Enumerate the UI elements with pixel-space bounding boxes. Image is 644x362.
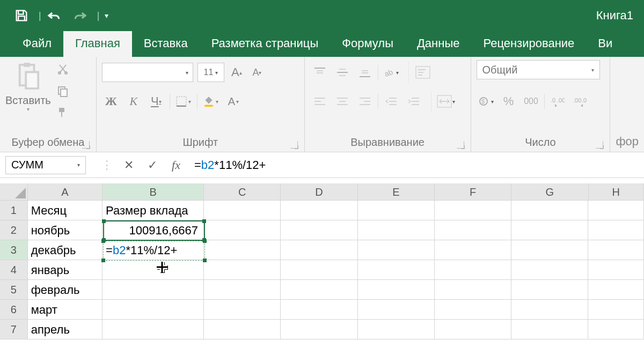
format-painter-icon[interactable] [56, 106, 71, 121]
cell[interactable] [281, 240, 357, 260]
cell[interactable] [204, 300, 281, 319]
cell[interactable] [511, 300, 588, 319]
cell[interactable] [435, 300, 511, 319]
tab-file[interactable]: Файл [11, 31, 63, 57]
tab-view-partial[interactable]: Ви [586, 31, 624, 57]
cell[interactable] [435, 260, 511, 279]
cell[interactable] [435, 320, 511, 339]
cell[interactable] [358, 260, 435, 279]
align-center-icon[interactable] [333, 93, 352, 109]
tab-insert[interactable]: Вставка [132, 31, 200, 57]
cell[interactable]: январь [28, 260, 103, 279]
col-header-H[interactable]: H [589, 183, 644, 200]
col-header-F[interactable]: F [435, 183, 511, 200]
cell[interactable] [281, 320, 357, 339]
save-icon[interactable] [11, 5, 32, 26]
cell[interactable] [103, 320, 204, 339]
cell[interactable] [511, 320, 588, 339]
qat-customize-icon[interactable]: ▾ [105, 11, 108, 20]
cell[interactable] [588, 240, 644, 260]
copy-icon[interactable] [56, 85, 71, 100]
paste-label[interactable]: Вставить [5, 94, 51, 106]
font-size-combo[interactable]: 11▾ [197, 63, 224, 82]
cell[interactable] [103, 300, 204, 319]
cell[interactable] [588, 320, 644, 339]
merge-cells-icon[interactable]: ▾ [431, 91, 456, 112]
cell[interactable] [358, 320, 435, 339]
cell[interactable]: Месяц [28, 201, 103, 220]
cell[interactable] [281, 220, 357, 240]
select-all-triangle[interactable] [0, 183, 28, 200]
col-header-E[interactable]: E [358, 183, 435, 200]
number-format-combo[interactable]: Общий▾ [477, 60, 600, 79]
italic-button[interactable]: К [125, 92, 143, 110]
font-color-icon[interactable]: A▾ [224, 92, 243, 110]
borders-icon[interactable]: ▾ [174, 92, 193, 110]
comma-format-icon[interactable]: 000 [522, 93, 541, 109]
align-right-icon[interactable] [355, 93, 375, 109]
cell[interactable] [281, 300, 357, 319]
cell[interactable] [103, 260, 204, 279]
align-top-icon[interactable] [310, 64, 330, 80]
cell[interactable] [358, 220, 435, 240]
cell[interactable] [204, 201, 281, 220]
cell[interactable] [588, 220, 644, 240]
cancel-formula-icon[interactable]: ✕ [117, 156, 141, 174]
increase-font-icon[interactable]: A▴ [229, 64, 245, 80]
cell[interactable] [358, 280, 435, 299]
align-middle-icon[interactable] [333, 64, 352, 80]
col-header-G[interactable]: G [511, 183, 588, 200]
formula-input[interactable]: =b2*11%/12+ [188, 158, 644, 172]
decrease-decimal-icon[interactable]: .00.0 [570, 93, 590, 109]
font-name-combo[interactable]: ▾ [102, 63, 193, 82]
cell[interactable] [588, 280, 644, 299]
dialog-launcher-icon[interactable] [290, 141, 298, 149]
row-header[interactable]: 7 [0, 320, 28, 339]
cell[interactable]: март [28, 300, 103, 319]
cell[interactable]: декабрь [28, 240, 103, 260]
decrease-font-icon[interactable]: A▾ [249, 64, 265, 80]
cell[interactable] [511, 240, 588, 260]
fill-color-icon[interactable]: ▾ [202, 92, 220, 110]
increase-indent-icon[interactable] [404, 93, 423, 109]
row-header[interactable]: 3 [0, 240, 28, 260]
cell[interactable] [435, 201, 511, 220]
cell[interactable]: февраль [28, 280, 103, 299]
col-header-B[interactable]: B [103, 183, 204, 200]
row-header[interactable]: 1 [0, 201, 28, 220]
cell[interactable]: 100916,6667 [103, 220, 204, 240]
enter-formula-icon[interactable]: ✓ [141, 156, 164, 174]
cell[interactable] [511, 220, 588, 240]
tab-page-layout[interactable]: Разметка страницы [200, 31, 331, 57]
cell[interactable] [204, 280, 281, 299]
tab-data[interactable]: Данные [405, 31, 471, 57]
cell[interactable] [588, 260, 644, 279]
accounting-format-icon[interactable]: $▾ [477, 93, 496, 109]
cell[interactable] [281, 201, 357, 220]
col-header-D[interactable]: D [281, 183, 357, 200]
percent-format-icon[interactable]: % [499, 93, 518, 109]
cell[interactable] [435, 240, 511, 260]
dialog-launcher-icon[interactable] [457, 141, 464, 149]
cell[interactable] [435, 220, 511, 240]
cell[interactable] [204, 220, 281, 240]
dialog-launcher-icon[interactable] [596, 141, 603, 149]
cell[interactable] [588, 300, 644, 319]
redo-icon[interactable] [69, 5, 91, 26]
cell[interactable]: ноябрь [28, 220, 103, 240]
cell[interactable]: Размер вклада [103, 201, 204, 220]
align-left-icon[interactable] [310, 93, 330, 109]
row-header[interactable]: 5 [0, 280, 28, 299]
cell[interactable] [281, 280, 357, 299]
cell[interactable] [103, 280, 204, 299]
tab-review[interactable]: Рецензирование [471, 31, 586, 57]
col-header-C[interactable]: C [204, 183, 281, 200]
tab-formulas[interactable]: Формулы [330, 31, 405, 57]
align-bottom-icon[interactable] [355, 64, 375, 80]
wrap-text-icon[interactable] [408, 62, 433, 83]
cell[interactable] [588, 201, 644, 220]
paste-icon[interactable] [13, 60, 42, 92]
cell[interactable] [358, 300, 435, 319]
row-header[interactable]: 4 [0, 260, 28, 279]
cell[interactable] [511, 260, 588, 279]
